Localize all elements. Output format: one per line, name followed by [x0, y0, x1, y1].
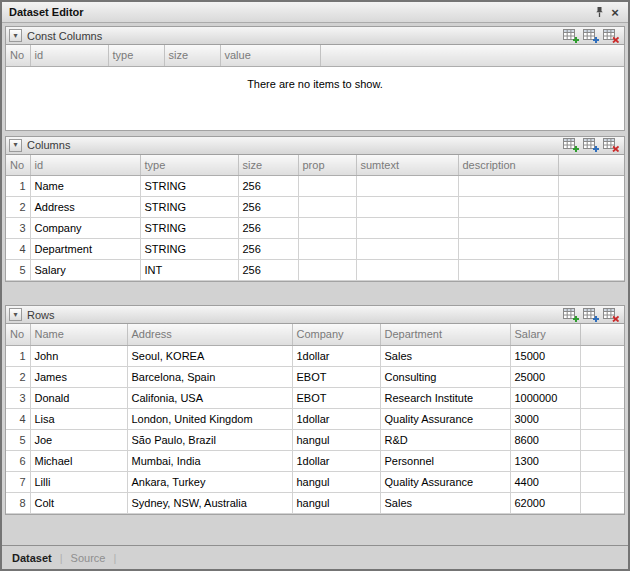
cell-name[interactable]: Joe	[30, 429, 127, 450]
add-row-icon[interactable]	[563, 138, 579, 152]
insert-row-icon[interactable]	[583, 29, 599, 43]
cell-size[interactable]: 256	[238, 176, 298, 197]
add-row-icon[interactable]	[563, 308, 579, 322]
cell-size[interactable]: 256	[238, 260, 298, 281]
column-header: No	[6, 155, 30, 176]
cell-no: 1	[6, 176, 30, 197]
column-header-filler	[580, 324, 624, 345]
cell-company[interactable]: EBOT	[292, 366, 380, 387]
cell-no: 2	[6, 366, 30, 387]
cell-salary[interactable]: 1000000	[510, 387, 580, 408]
tab-source[interactable]: Source	[69, 552, 108, 564]
chevron-down-icon[interactable]: ▾	[9, 308, 22, 321]
chevron-down-icon[interactable]: ▾	[9, 29, 22, 42]
delete-row-icon[interactable]	[603, 29, 619, 43]
cell-sumtext[interactable]	[356, 197, 458, 218]
cell-sumtext[interactable]	[356, 239, 458, 260]
cell-type[interactable]: STRING	[140, 239, 238, 260]
add-row-icon-svg	[563, 138, 579, 152]
cell-salary[interactable]: 62000	[510, 492, 580, 513]
cell-salary[interactable]: 4400	[510, 471, 580, 492]
empty-message: There are no items to show.	[6, 67, 624, 130]
delete-row-icon[interactable]	[603, 138, 619, 152]
cell-name[interactable]: Lisa	[30, 408, 127, 429]
cell-department[interactable]: R&D	[380, 429, 510, 450]
cell-department[interactable]: Personnel	[380, 450, 510, 471]
const-columns-section: ▾ Const Columns	[5, 26, 625, 131]
cell-company[interactable]: hangul	[292, 429, 380, 450]
cell-name[interactable]: James	[30, 366, 127, 387]
cell-address[interactable]: Barcelona, Spain	[127, 366, 292, 387]
cell-no: 6	[6, 450, 30, 471]
cell-address[interactable]: Sydney, NSW, Australia	[127, 492, 292, 513]
cell-no: 4	[6, 408, 30, 429]
cell-type[interactable]: INT	[140, 260, 238, 281]
chevron-down-icon[interactable]: ▾	[9, 139, 22, 152]
cell-sumtext[interactable]	[356, 260, 458, 281]
cell-salary[interactable]: 25000	[510, 366, 580, 387]
cell-address[interactable]: São Paulo, Brazil	[127, 429, 292, 450]
insert-row-icon[interactable]	[583, 138, 599, 152]
cell-company[interactable]: 1dollar	[292, 345, 380, 366]
cell-company[interactable]: hangul	[292, 492, 380, 513]
cell-department[interactable]: Sales	[380, 345, 510, 366]
cell-address[interactable]: Califonia, USA	[127, 387, 292, 408]
cell-department[interactable]: Quality Assurance	[380, 471, 510, 492]
cell-type[interactable]: STRING	[140, 218, 238, 239]
cell-prop[interactable]	[298, 197, 356, 218]
cell-prop[interactable]	[298, 218, 356, 239]
cell-company[interactable]: 1dollar	[292, 408, 380, 429]
cell-salary[interactable]: 8600	[510, 429, 580, 450]
cell-address[interactable]: London, United Kingdom	[127, 408, 292, 429]
cell-id[interactable]: Department	[30, 239, 140, 260]
close-icon[interactable]: ×	[607, 5, 623, 20]
cell-sumtext[interactable]	[356, 176, 458, 197]
cell-company[interactable]: EBOT	[292, 387, 380, 408]
column-header-filler	[320, 45, 624, 66]
table-header-row: No Name Address Company Department Salar…	[6, 324, 624, 345]
rows-table: No Name Address Company Department Salar…	[6, 324, 624, 514]
cell-department[interactable]: Consulting	[380, 366, 510, 387]
cell-size[interactable]: 256	[238, 239, 298, 260]
cell-description[interactable]	[458, 218, 558, 239]
cell-salary[interactable]: 15000	[510, 345, 580, 366]
tab-dataset[interactable]: Dataset	[10, 552, 54, 564]
cell-description[interactable]	[458, 176, 558, 197]
cell-name[interactable]: Michael	[30, 450, 127, 471]
cell-address[interactable]: Ankara, Turkey	[127, 471, 292, 492]
delete-row-icon[interactable]	[603, 308, 619, 322]
cell-prop[interactable]	[298, 239, 356, 260]
cell-name[interactable]: Lilli	[30, 471, 127, 492]
cell-description[interactable]	[458, 260, 558, 281]
table-row: 7 Lilli Ankara, Turkey hangul Quality As…	[6, 471, 624, 492]
cell-address[interactable]: Mumbai, India	[127, 450, 292, 471]
cell-size[interactable]: 256	[238, 197, 298, 218]
cell-department[interactable]: Research Institute	[380, 387, 510, 408]
cell-id[interactable]: Company	[30, 218, 140, 239]
cell-name[interactable]: Colt	[30, 492, 127, 513]
cell-prop[interactable]	[298, 176, 356, 197]
cell-name[interactable]: Donald	[30, 387, 127, 408]
cell-address[interactable]: Seoul, KOREA	[127, 345, 292, 366]
add-row-icon[interactable]	[563, 29, 579, 43]
cell-sumtext[interactable]	[356, 218, 458, 239]
cell-type[interactable]: STRING	[140, 176, 238, 197]
cell-id[interactable]: Name	[30, 176, 140, 197]
cell-department[interactable]: Quality Assurance	[380, 408, 510, 429]
cell-description[interactable]	[458, 239, 558, 260]
insert-row-icon[interactable]	[583, 308, 599, 322]
cell-prop[interactable]	[298, 260, 356, 281]
cell-name[interactable]: John	[30, 345, 127, 366]
cell-salary[interactable]: 1300	[510, 450, 580, 471]
cell-salary[interactable]: 3000	[510, 408, 580, 429]
cell-company[interactable]: hangul	[292, 471, 380, 492]
cell-id[interactable]: Salary	[30, 260, 140, 281]
cell-company[interactable]: 1dollar	[292, 450, 380, 471]
cell-description[interactable]	[458, 197, 558, 218]
cell-id[interactable]: Address	[30, 197, 140, 218]
cell-type[interactable]: STRING	[140, 197, 238, 218]
cell-size[interactable]: 256	[238, 218, 298, 239]
cell-department[interactable]: Sales	[380, 492, 510, 513]
pin-icon[interactable]	[591, 5, 607, 20]
column-header: Company	[292, 324, 380, 345]
